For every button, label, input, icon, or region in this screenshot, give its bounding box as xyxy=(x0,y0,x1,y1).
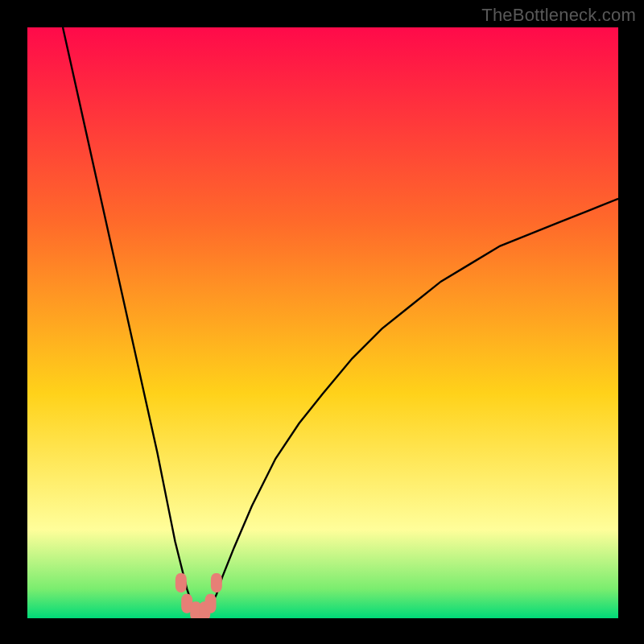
chart-frame: TheBottleneck.com xyxy=(0,0,644,644)
gradient-background xyxy=(27,27,618,618)
attribution-label: TheBottleneck.com xyxy=(481,5,636,26)
bottleneck-chart xyxy=(27,27,618,618)
trough-marker xyxy=(175,573,187,592)
trough-marker xyxy=(211,573,222,592)
trough-marker xyxy=(205,594,217,613)
